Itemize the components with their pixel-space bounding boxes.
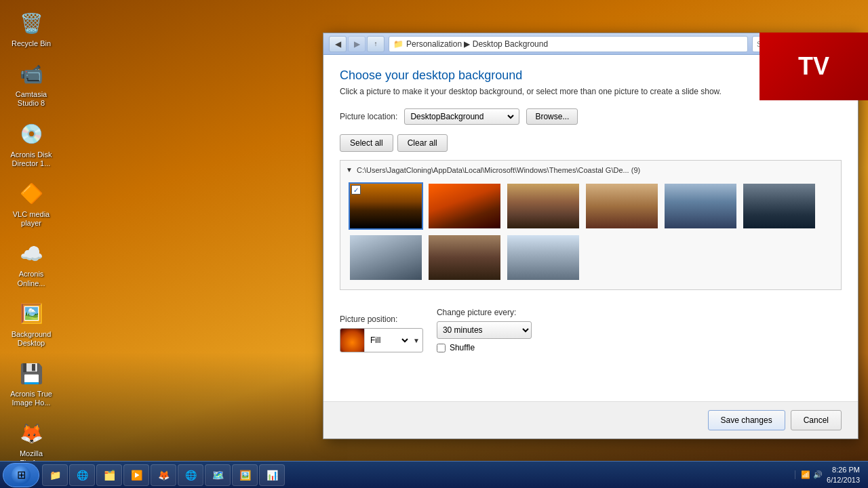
desktop-icon-vlc[interactable]: 🔶 VLC media player: [7, 178, 56, 230]
image-9: [507, 235, 579, 280]
image-8: [429, 235, 500, 280]
desktop-icon-acronis-true[interactable]: 💾 Acronis True Image Ho...: [7, 357, 56, 410]
shuffle-checkbox[interactable]: [437, 344, 446, 352]
chrome-taskbar-icon: 🌐: [184, 468, 197, 482]
forward-button[interactable]: ▶: [348, 36, 366, 52]
select-all-button[interactable]: Select all: [340, 134, 393, 152]
image-thumb-4[interactable]: [585, 182, 659, 230]
maps-icon: 🗺️: [211, 468, 224, 482]
acronis-disk-icon: 💿: [18, 121, 45, 148]
image-thumb-5[interactable]: [663, 182, 738, 230]
recycle-bin-icon: 🗑️: [18, 9, 45, 37]
monitor-icon: 📊: [265, 468, 279, 482]
taskbar-btn-imgviewer[interactable]: 🖼️: [232, 464, 258, 486]
picture-location-dropdown[interactable]: DesktopBackground: [404, 108, 519, 125]
desktop-icon-acronis-disk[interactable]: 💿 Acronis Disk Director 1...: [7, 118, 56, 171]
tv-badge: TV: [760, 33, 868, 100]
interval-select[interactable]: 1 minute 10 minutes 30 minutes 1 hour 6 …: [437, 321, 532, 339]
taskbar-btn-explorer[interactable]: 📁: [42, 464, 68, 486]
image-3: [507, 184, 579, 228]
image-thumb-7[interactable]: [349, 234, 423, 281]
picture-location-label: Picture location:: [340, 112, 397, 121]
vlc-label: VLC media player: [9, 210, 53, 228]
desktop-icon-area: 🗑️ Recycle Bin 📹 Camtasia Studio 8 💿 Acr…: [0, 0, 62, 488]
explorer-icon: 📁: [48, 468, 62, 482]
folder-icon: 📁: [393, 39, 403, 49]
start-orb-icon: ⊞: [12, 466, 31, 485]
cancel-button[interactable]: Cancel: [791, 410, 842, 430]
position-select[interactable]: Fill Fit Stretch Tile Center: [365, 335, 410, 346]
vlc-icon: 🔶: [18, 180, 45, 207]
taskbar-btn-media[interactable]: ▶️: [123, 464, 149, 486]
position-section: Picture position: Fill Fit Stretch Tile …: [340, 314, 423, 352]
taskbar-btn-firefox[interactable]: 🦊: [151, 464, 176, 486]
desktop-icon-background-desktop[interactable]: 🖼️ Background Desktop: [7, 298, 56, 350]
taskbar-btn-ie[interactable]: 🌐: [69, 464, 95, 486]
media-icon: ▶️: [130, 468, 143, 482]
image-2: [429, 184, 500, 228]
taskbar-btn-filemanager[interactable]: 🗂️: [96, 464, 122, 486]
start-button[interactable]: ⊞: [3, 463, 39, 487]
acronis-online-label: Acronis Online...: [9, 270, 53, 287]
acronis-true-icon: 💾: [18, 360, 45, 387]
selection-buttons-row: Select all Clear all: [340, 134, 842, 152]
shuffle-label[interactable]: Shuffle: [450, 343, 475, 352]
image-thumb-2[interactable]: [427, 182, 502, 230]
clock-display: 8:26 PM 6/12/2013: [827, 465, 860, 485]
window-content: Choose your desktop background Click a p…: [323, 55, 858, 401]
position-preview-icon: [340, 329, 365, 352]
tv-label: TV: [798, 52, 829, 81]
sys-tray: 📶 🔊: [795, 470, 823, 479]
network-icon: 📶: [801, 470, 810, 479]
address-bar[interactable]: 📁 Personalization ▶ Desktop Background: [389, 36, 748, 52]
desktop-icon-recycle-bin[interactable]: 🗑️ Recycle Bin: [7, 7, 56, 51]
background-desktop-icon: 🖼️: [18, 300, 45, 327]
background-desktop-label: Background Desktop: [9, 330, 53, 348]
taskbar: ⊞ 📁 🌐 🗂️ ▶️ 🦊 🌐 🗺️ 🖼️ 📊: [0, 461, 868, 488]
camtasia-icon: 📹: [18, 60, 45, 87]
nav-buttons: ◀ ▶ ↑: [329, 36, 384, 52]
clear-all-button[interactable]: Clear all: [397, 134, 448, 152]
recycle-bin-label: Recycle Bin: [12, 39, 51, 48]
taskbar-btn-maps[interactable]: 🗺️: [205, 464, 231, 486]
group-collapse-arrow[interactable]: ▼: [346, 166, 354, 174]
image-thumb-8[interactable]: [427, 234, 502, 281]
volume-icon: 🔊: [813, 470, 823, 479]
taskbar-btn-monitor[interactable]: 📊: [259, 464, 285, 486]
desktop-icon-camtasia[interactable]: 📹 Camtasia Studio 8: [7, 58, 56, 110]
image-thumb-1[interactable]: ✓: [349, 182, 423, 230]
image-4: [586, 184, 658, 228]
image-thumb-6[interactable]: [742, 182, 816, 230]
taskbar-right: 📶 🔊 8:26 PM 6/12/2013: [795, 465, 865, 485]
position-arrow-icon: ▼: [410, 337, 422, 344]
up-button[interactable]: ↑: [367, 36, 384, 52]
desktop-icon-acronis-online[interactable]: ☁️ Acronis Online...: [7, 237, 56, 290]
change-section: Change picture every: 1 minute 10 minute…: [437, 308, 532, 352]
image-6: [743, 184, 815, 228]
group-path-text: C:\Users\JagatCloning\AppData\Local\Micr…: [357, 166, 640, 174]
firefox-taskbar-icon: 🦊: [157, 468, 170, 482]
position-dropdown[interactable]: Fill Fit Stretch Tile Center ▼: [340, 328, 423, 352]
image-thumb-9[interactable]: [506, 234, 580, 281]
taskbar-btn-chrome[interactable]: 🌐: [178, 464, 203, 486]
address-text: Personalization ▶ Desktop Background: [406, 39, 548, 49]
image-group-header: ▼ C:\Users\JagatCloning\AppData\Local\Mi…: [346, 166, 835, 174]
ie-icon: 🌐: [75, 468, 89, 482]
bottom-section: Picture position: Fill Fit Stretch Tile …: [340, 301, 842, 359]
change-controls: 1 minute 10 minutes 30 minutes 1 hour 6 …: [437, 321, 532, 352]
mozilla-firefox-icon: 🦊: [18, 420, 45, 447]
shuffle-row: Shuffle: [437, 343, 532, 352]
imgviewer-icon: 🖼️: [238, 468, 252, 482]
back-button[interactable]: ◀: [329, 36, 347, 52]
save-changes-button[interactable]: Save changes: [708, 410, 785, 430]
image-7: [350, 235, 422, 280]
picture-location-row: Picture location: DesktopBackground Brow…: [340, 108, 842, 125]
change-picture-label: Change picture every:: [437, 308, 532, 317]
acronis-online-icon: ☁️: [18, 240, 45, 267]
image-grid: ✓: [346, 180, 835, 284]
image-thumb-3[interactable]: [506, 182, 580, 230]
browse-button[interactable]: Browse...: [526, 108, 578, 125]
window-footer: Save changes Cancel: [323, 401, 858, 439]
check-mark-1: ✓: [351, 185, 361, 195]
picture-location-select[interactable]: DesktopBackground: [408, 111, 516, 122]
